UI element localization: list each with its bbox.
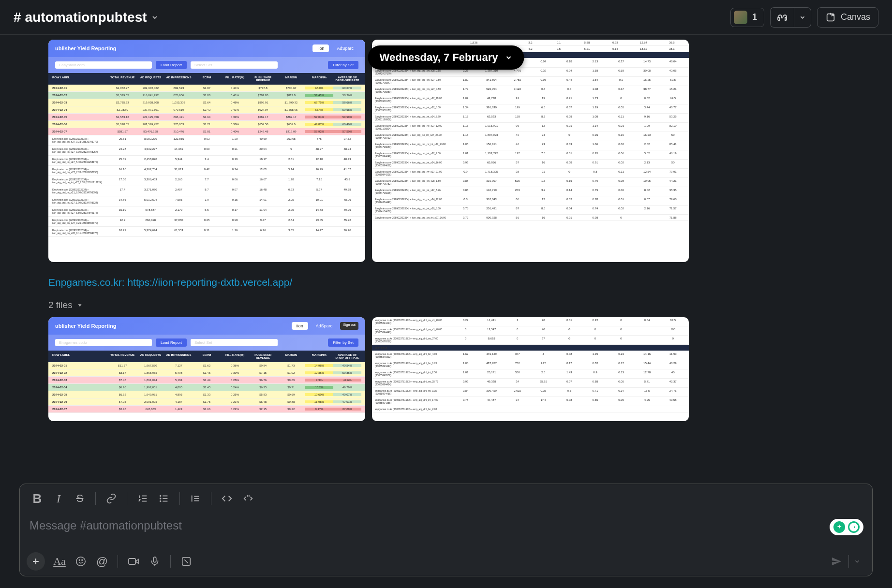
link-enpgames[interactable]: Enpgames.co.kr	[48, 277, 122, 288]
link-button[interactable]	[101, 489, 122, 508]
hash-icon: #	[14, 10, 21, 25]
svg-point-10	[160, 496, 161, 497]
report-table: ROW LABELTOTAL REVENUEAD REQUESTSAD IMPR…	[48, 351, 365, 413]
filter-btn: Filter by Set	[328, 338, 358, 347]
signout: Sign out	[340, 322, 358, 330]
mention-button[interactable]: @	[91, 552, 113, 571]
message-text: Enpgames.co.kr: https://iion-reporting-d…	[48, 277, 844, 288]
svg-marker-3	[78, 304, 81, 307]
report-table: ROW LABELTOTAL REVENUEAD REQUESTSAD IMPR…	[48, 73, 365, 237]
attachment-image-4[interactable]: enpgames.co.kr (230533761962) + enp_atg_…	[372, 317, 689, 421]
strikethrough-button[interactable]: S	[69, 489, 90, 508]
filter-btn: Filter by Set	[328, 61, 358, 69]
grammarly-check-icon	[848, 521, 860, 533]
canvas-icon	[825, 12, 836, 23]
channel-header: # automationpubtest 1	[0, 0, 892, 35]
emoji-button[interactable]	[70, 552, 91, 571]
channel-name: automationpubtest	[25, 10, 147, 25]
files-toggle[interactable]: 2 files	[48, 300, 844, 310]
chevron-down-icon	[151, 14, 159, 21]
domain-filter: Easybrain.com	[55, 61, 152, 69]
svg-rect-24	[153, 557, 156, 562]
report-table-continued: enpgames.co.kr (230533761962) + enp_atg_…	[372, 317, 689, 412]
attach-button[interactable]	[27, 552, 45, 571]
svg-point-19	[76, 557, 85, 566]
ordered-list-button[interactable]	[132, 489, 153, 508]
huddle-group	[770, 7, 811, 28]
code-button[interactable]	[216, 489, 238, 508]
blockquote-button[interactable]	[185, 489, 206, 508]
huddle-dropdown[interactable]	[794, 7, 811, 28]
message-composer: B I S Message #automationpubtest	[19, 484, 873, 576]
grammarly-ai-icon	[833, 521, 845, 533]
svg-rect-22	[129, 559, 135, 564]
svg-point-20	[79, 559, 80, 560]
date-label: Wednesday, 7 February	[380, 51, 498, 64]
chevron-down-icon	[76, 302, 83, 309]
avatar	[734, 11, 747, 24]
message-list: Wednesday, 7 February ublisher Yield Rep…	[0, 35, 892, 467]
send-button[interactable]	[824, 553, 848, 570]
attachments-row-2: ublisher Yield Reporting iion AdSparc Si…	[48, 317, 844, 421]
svg-line-26	[184, 559, 188, 563]
format-toggle-button[interactable]: Aa	[49, 552, 70, 571]
svg-point-11	[160, 498, 161, 499]
italic-button[interactable]: I	[48, 489, 69, 508]
message-input[interactable]: Message #automationpubtest	[20, 513, 872, 547]
audio-button[interactable]	[144, 552, 165, 571]
report-title: ublisher Yield Reporting	[55, 323, 117, 329]
member-count: 1	[752, 12, 757, 22]
shortcuts-button[interactable]	[176, 552, 197, 571]
action-toolbar: Aa @	[20, 547, 872, 576]
code-block-button[interactable]	[238, 489, 259, 508]
svg-point-21	[82, 559, 83, 560]
select-filter: Select Set	[191, 61, 278, 69]
report-tab: iion	[312, 44, 329, 52]
attachment-image-2[interactable]: 1,8363.20.15.880.9312.6439.51,2414.20.55…	[372, 40, 689, 262]
placeholder-text: Message #automationpubtest	[30, 519, 182, 532]
channel-title[interactable]: # automationpubtest	[14, 10, 159, 25]
bullet-list-button[interactable]	[153, 489, 175, 508]
load-btn: Load Report	[156, 61, 187, 69]
domain-filter: Enpgames.co.kr	[55, 339, 152, 346]
grammarly-widget[interactable]	[830, 519, 863, 535]
date-divider[interactable]: Wednesday, 7 February	[368, 45, 524, 70]
bold-button[interactable]: B	[27, 489, 48, 508]
report-tab: iion	[292, 322, 308, 330]
svg-point-12	[160, 501, 161, 502]
files-count: 2 files	[48, 300, 73, 310]
attachment-image-3[interactable]: ublisher Yield Reporting iion AdSparc Si…	[48, 317, 365, 421]
huddle-button[interactable]	[770, 7, 794, 28]
canvas-button[interactable]: Canvas	[817, 7, 878, 28]
report-tab: AdSparc	[332, 44, 358, 52]
canvas-label: Canvas	[841, 12, 870, 22]
attachments-row-1: Wednesday, 7 February ublisher Yield Rep…	[48, 40, 844, 262]
report-tab: AdSparc	[311, 322, 338, 330]
send-options-button[interactable]	[849, 555, 865, 568]
chevron-down-icon	[505, 54, 512, 61]
attachment-image-1[interactable]: ublisher Yield Reporting iion AdSparc Ea…	[48, 40, 365, 262]
select-filter: Select Set	[191, 339, 278, 346]
header-actions: 1 Canvas	[730, 7, 878, 28]
load-btn: Load Report	[156, 338, 187, 347]
format-toolbar: B I S	[20, 484, 872, 513]
link-vercel[interactable]: https://iion-reporting-dxtb.vercel.app/	[127, 277, 292, 288]
video-button[interactable]	[123, 552, 144, 571]
report-title: ublisher Yield Reporting	[55, 45, 117, 51]
members-button[interactable]: 1	[730, 8, 764, 27]
